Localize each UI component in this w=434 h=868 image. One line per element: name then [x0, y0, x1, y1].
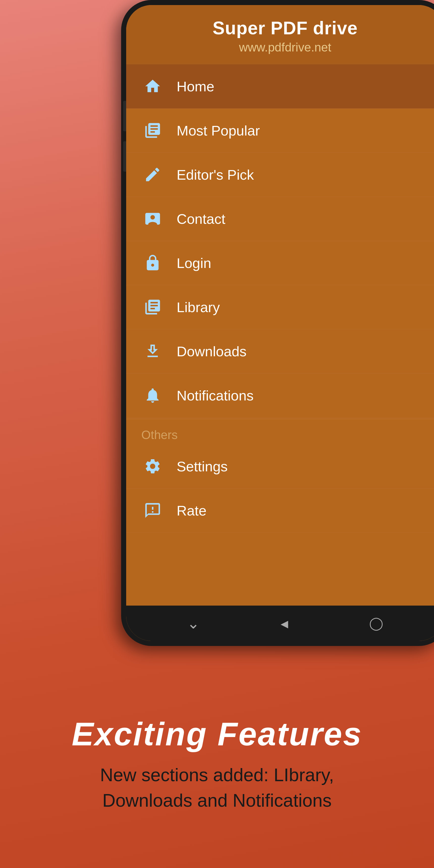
home-icon	[141, 75, 164, 98]
nav-item-most-popular[interactable]: Most Popular	[126, 108, 434, 153]
circle-button[interactable]: ◯	[369, 616, 383, 630]
nav-label-downloads: Downloads	[177, 343, 247, 360]
app-title: Super PDF drive	[213, 18, 358, 38]
nav-item-notifications[interactable]: Notifications	[126, 373, 434, 417]
nav-label-settings: Settings	[177, 458, 227, 475]
section-divider	[126, 419, 434, 419]
nav-label-contact: Contact	[177, 211, 225, 227]
nav-item-editors-pick[interactable]: Editor's Pick	[126, 153, 434, 197]
features-section: Exciting Features New sections added: LI…	[0, 661, 434, 868]
download-icon	[141, 340, 164, 363]
nav-item-contact[interactable]: Contact	[126, 197, 434, 241]
contact-icon	[141, 208, 164, 230]
nav-item-home[interactable]: Home	[126, 64, 434, 108]
library-icon	[141, 296, 164, 318]
nav-label-rate: Rate	[177, 502, 207, 519]
pencil-icon	[141, 163, 164, 186]
features-subtitle: New sections added: LIbrary, Downloads a…	[66, 762, 368, 813]
nav-item-library[interactable]: Library	[126, 285, 434, 329]
nav-menu: Home Most Popular	[126, 64, 434, 641]
nav-item-login[interactable]: Login	[126, 241, 434, 285]
nav-label-editors-pick: Editor's Pick	[177, 166, 254, 183]
nav-label-login: Login	[177, 255, 211, 271]
nav-label-library: Library	[177, 299, 220, 315]
nav-item-settings[interactable]: Settings	[126, 444, 434, 489]
book-icon	[141, 119, 164, 142]
nav-item-rate[interactable]: Rate	[126, 489, 434, 533]
phone-mockup: Super PDF drive www.pdfdrive.net Home	[111, 0, 434, 656]
nav-label-notifications: Notifications	[177, 387, 254, 404]
nav-item-downloads[interactable]: Downloads	[126, 329, 434, 373]
features-title: Exciting Features	[72, 716, 362, 752]
bottom-nav-bar: ⌄ ◂ ◯	[126, 606, 434, 641]
dropdown-button[interactable]: ⌄	[187, 614, 199, 632]
lock-icon	[141, 252, 164, 274]
phone-screen: Super PDF drive www.pdfdrive.net Home	[126, 5, 434, 641]
app-url: www.pdfdrive.net	[239, 40, 331, 54]
rate-icon	[141, 499, 164, 522]
nav-label-home: Home	[177, 78, 214, 95]
gear-icon	[141, 455, 164, 478]
bell-icon	[141, 384, 164, 407]
nav-label-most-popular: Most Popular	[177, 122, 260, 139]
back-button[interactable]: ◂	[281, 614, 288, 632]
app-header: Super PDF drive www.pdfdrive.net	[126, 5, 434, 64]
phone-bezel: Super PDF drive www.pdfdrive.net Home	[121, 0, 434, 646]
menu-spacer	[126, 533, 434, 606]
others-section-label: Others	[126, 421, 434, 444]
